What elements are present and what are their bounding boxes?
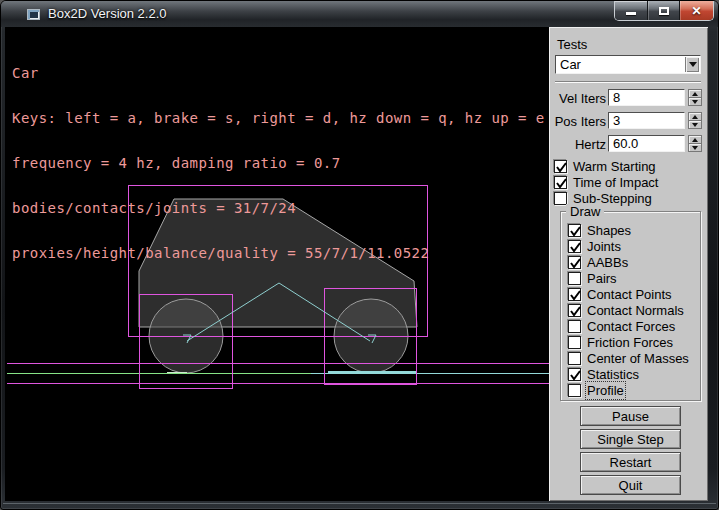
checkbox-label: Warm Starting <box>573 159 656 174</box>
app-icon <box>27 9 40 20</box>
window-controls: ✕ <box>614 1 714 21</box>
draw-group-title: Draw <box>566 204 604 219</box>
checkbox-label: Friction Forces <box>587 335 673 350</box>
checkbox-box <box>568 240 581 253</box>
arrow-up-icon <box>692 138 698 142</box>
vel-iters-spin-up[interactable] <box>688 89 702 98</box>
checkbox-label: Profile <box>587 383 624 398</box>
arrow-down-icon <box>692 146 698 150</box>
checkbox-contact-points[interactable]: Contact Points <box>568 287 672 301</box>
tests-label: Tests <box>557 37 587 52</box>
tests-dropdown-value: Car <box>560 57 581 72</box>
keys-help-text: Keys: left = a, brake = s, right = d, hz… <box>12 111 545 126</box>
check-icon <box>569 369 582 382</box>
hertz-row: Hertz <box>549 135 708 152</box>
maximize-button[interactable] <box>647 1 679 20</box>
checkbox-shapes[interactable]: Shapes <box>568 223 631 237</box>
tests-dropdown[interactable]: Car <box>555 55 701 74</box>
checkbox-friction-forces[interactable]: Friction Forces <box>568 335 673 349</box>
checkbox-label: AABBs <box>587 255 628 270</box>
chevron-down-icon <box>689 62 697 67</box>
checkbox-aabbs[interactable]: AABBs <box>568 255 628 269</box>
restart-button[interactable]: Restart <box>580 452 681 472</box>
checkbox-box <box>568 224 581 237</box>
checkbox-label: Statistics <box>587 367 639 382</box>
check-icon <box>569 225 582 238</box>
check-icon <box>569 289 582 302</box>
checkbox-contact-normals[interactable]: Contact Normals <box>568 303 684 317</box>
check-icon <box>569 241 582 254</box>
checkbox-box <box>554 176 567 189</box>
checkbox-box <box>554 192 567 205</box>
pos-iters-label: Pos Iters <box>549 114 606 129</box>
pos-iters-row: Pos Iters <box>549 112 708 129</box>
checkbox-box <box>568 336 581 349</box>
titlebar[interactable]: Box2D Version 2.2.0 ✕ <box>1 1 719 27</box>
window-title: Box2D Version 2.2.0 <box>48 6 167 21</box>
check-icon <box>555 161 568 174</box>
checkbox-box <box>568 272 581 285</box>
checkbox-statistics[interactable]: Statistics <box>568 367 639 381</box>
checkbox-label: Center of Masses <box>587 351 689 366</box>
checkbox-box <box>568 352 581 365</box>
pos-iters-spinner <box>688 112 702 129</box>
checkbox-center-of-masses[interactable]: Center of Masses <box>568 351 689 365</box>
hertz-spinner <box>688 135 702 152</box>
vel-iters-input[interactable] <box>608 89 685 106</box>
simulation-viewport[interactable]: Car Keys: left = a, brake = s, right = d… <box>5 27 549 501</box>
checkbox-label: Contact Normals <box>587 303 684 318</box>
arrow-down-icon <box>692 123 698 127</box>
app-window: Box2D Version 2.2.0 ✕ <box>0 0 719 510</box>
checkbox-joints[interactable]: Joints <box>568 239 621 253</box>
arrow-up-icon <box>692 92 698 96</box>
checkbox-sub-stepping[interactable]: Sub-Stepping <box>554 191 652 205</box>
minimize-button[interactable] <box>615 1 647 20</box>
single-step-button[interactable]: Single Step <box>580 429 681 449</box>
checkbox-box <box>568 320 581 333</box>
quit-button[interactable]: Quit <box>580 475 681 495</box>
checkbox-time-of-impact[interactable]: Time of Impact <box>554 175 658 189</box>
arrow-down-icon <box>692 100 698 104</box>
hertz-spin-up[interactable] <box>688 135 702 144</box>
check-icon <box>569 257 582 270</box>
hertz-input[interactable] <box>608 135 685 152</box>
pos-iters-spin-up[interactable] <box>688 112 702 121</box>
checkbox-box <box>568 304 581 317</box>
checkbox-box <box>568 256 581 269</box>
checkbox-box <box>568 288 581 301</box>
vel-iters-row: Vel Iters <box>549 89 708 106</box>
hertz-label: Hertz <box>549 137 606 152</box>
checkbox-contact-forces[interactable]: Contact Forces <box>568 319 675 333</box>
checkbox-box <box>568 384 581 397</box>
vel-iters-spin-down[interactable] <box>688 98 702 106</box>
vel-iters-spinner <box>688 89 702 106</box>
separator <box>555 81 701 83</box>
test-title-text: Car <box>12 66 545 81</box>
stats-proxies-text: proxies/height/balance/quality = 55/7/1/… <box>12 246 545 261</box>
debug-text-overlay: Car Keys: left = a, brake = s, right = d… <box>12 36 545 291</box>
frequency-text: frequency = 4 hz, damping ratio = 0.7 <box>12 156 545 171</box>
pos-iters-input[interactable] <box>608 112 685 129</box>
minimize-icon <box>626 12 636 15</box>
pos-iters-spin-down[interactable] <box>688 121 702 129</box>
check-icon <box>569 305 582 318</box>
control-panel: Tests Car Vel Iters Pos Iters <box>549 27 708 501</box>
hertz-spin-down[interactable] <box>688 144 702 152</box>
arrow-up-icon <box>692 115 698 119</box>
checkbox-label: Shapes <box>587 223 631 238</box>
checkbox-pairs[interactable]: Pairs <box>568 271 617 285</box>
close-icon: ✕ <box>691 5 701 17</box>
tests-dropdown-button[interactable] <box>685 57 699 72</box>
checkbox-box <box>554 160 567 173</box>
pause-button[interactable]: Pause <box>580 406 681 426</box>
frame-gloss <box>3 503 716 504</box>
close-button[interactable]: ✕ <box>679 1 713 20</box>
checkbox-label: Pairs <box>587 271 617 286</box>
checkbox-label: Contact Forces <box>587 319 675 334</box>
maximize-icon <box>659 7 669 15</box>
checkbox-label: Contact Points <box>587 287 672 302</box>
checkbox-profile[interactable]: Profile <box>568 383 624 397</box>
checkbox-warm-starting[interactable]: Warm Starting <box>554 159 656 173</box>
checkbox-label: Joints <box>587 239 621 254</box>
vel-iters-label: Vel Iters <box>549 91 606 106</box>
